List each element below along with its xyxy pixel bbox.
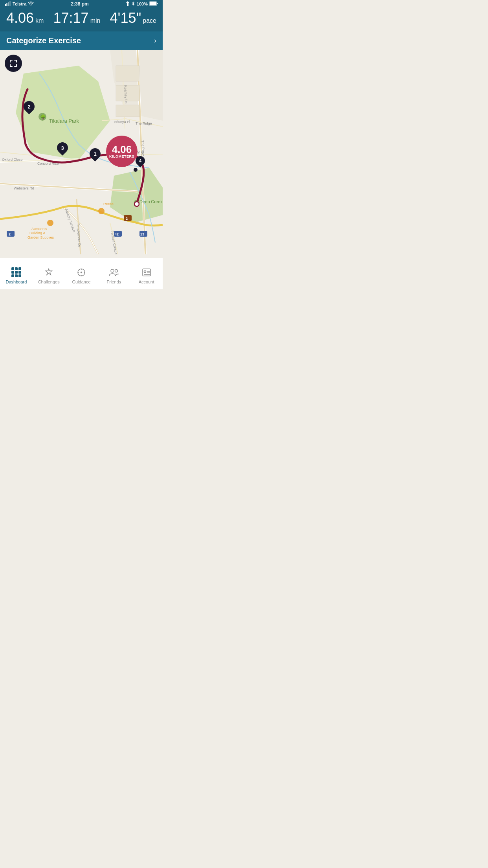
account-icon	[141, 267, 152, 278]
svg-text:2: 2	[126, 217, 128, 221]
svg-point-61	[115, 269, 117, 272]
svg-rect-62	[143, 269, 150, 276]
carrier-name: Telstra	[13, 2, 26, 6]
nav-guidance[interactable]: Guidance	[65, 264, 98, 284]
friends-label: Friends	[106, 280, 121, 284]
waypoint-pin-3: 3	[57, 142, 69, 156]
svg-text:Building &: Building &	[29, 231, 46, 235]
svg-text:Arlunya Pl: Arlunya Pl	[114, 120, 130, 124]
pace-value: 4'15"	[110, 11, 141, 25]
distance-marker-unit: KILOMETERS	[109, 154, 134, 158]
distance-value: 4.06	[6, 11, 34, 25]
pin-1-label: 1	[94, 151, 96, 157]
signal-icon	[5, 1, 11, 7]
status-bar: Telstra 2:38 pm 100%	[0, 0, 163, 8]
svg-text:42: 42	[115, 232, 119, 236]
svg-point-42	[47, 220, 53, 226]
nav-account[interactable]: Account	[130, 264, 163, 284]
svg-rect-2	[8, 2, 9, 6]
svg-text:🌳: 🌳	[40, 114, 46, 120]
battery-percentage: 100%	[137, 2, 148, 6]
guidance-label: Guidance	[72, 280, 90, 284]
account-label: Account	[139, 280, 154, 284]
svg-text:Reece: Reece	[103, 202, 114, 206]
battery-area: 100%	[126, 1, 158, 7]
waypoint-pin-1: 1	[90, 148, 101, 162]
bluetooth-icon	[131, 1, 135, 7]
svg-point-63	[144, 270, 146, 272]
svg-point-60	[111, 269, 114, 272]
pin-4-label: 4	[139, 158, 141, 163]
pace-stat: 4'15" pace	[110, 11, 156, 25]
distance-unit: km	[35, 17, 44, 24]
challenges-label: Challenges	[38, 280, 60, 284]
svg-rect-1	[6, 3, 7, 6]
map-view[interactable]: Kearney Ln Arlunya Pl The Ridge The Pkwy…	[0, 50, 163, 254]
wifi-icon	[28, 1, 34, 7]
battery-icon	[149, 1, 158, 7]
svg-text:Deep Creek Reserv: Deep Creek Reserv	[139, 199, 163, 204]
stats-bar: 4.06 km 17:17 min 4'15" pace	[0, 8, 163, 31]
svg-text:2: 2	[9, 232, 11, 236]
svg-rect-6	[150, 2, 156, 5]
svg-text:Websters Rd: Websters Rd	[14, 186, 34, 190]
svg-rect-23	[116, 66, 139, 81]
nav-dashboard[interactable]: Dashboard	[0, 264, 33, 284]
map-svg: Kearney Ln Arlunya Pl The Ridge The Pkwy…	[0, 50, 163, 254]
svg-text:Tikalara Park: Tikalara Park	[49, 118, 79, 124]
nav-friends[interactable]: Friends	[97, 264, 130, 284]
distance-stat: 4.06 km	[6, 11, 44, 25]
duration-stat: 17:17 min	[53, 11, 101, 25]
status-time: 2:38 pm	[71, 1, 88, 7]
svg-text:Oxford Close: Oxford Close	[2, 158, 23, 162]
svg-rect-5	[157, 3, 158, 4]
svg-point-56	[134, 202, 139, 206]
waypoint-pin-2: 2	[24, 101, 35, 115]
pin-3-label: 3	[61, 145, 64, 151]
header-title: Categorize Exercise	[6, 36, 81, 45]
bottom-navigation: Dashboard Challenges Guidance	[0, 258, 163, 289]
distance-marker-value: 4.06	[112, 144, 132, 154]
svg-rect-0	[5, 4, 6, 6]
expand-map-button[interactable]	[5, 55, 22, 72]
pace-unit: pace	[143, 17, 156, 24]
svg-rect-3	[9, 1, 11, 6]
svg-point-59	[81, 272, 82, 273]
friends-icon	[108, 267, 119, 278]
duration-unit: min	[90, 17, 101, 24]
svg-text:The Ridge: The Ridge	[136, 121, 152, 125]
waypoint-pin-4: 4	[136, 156, 145, 166]
chevron-right-icon: ›	[154, 37, 156, 45]
dashboard-label: Dashboard	[6, 280, 27, 284]
guidance-icon	[76, 267, 87, 278]
svg-text:13: 13	[140, 232, 144, 236]
expand-icon	[9, 59, 17, 67]
dashboard-icon	[11, 267, 22, 278]
challenges-icon	[43, 267, 54, 278]
svg-point-57	[134, 168, 138, 172]
location-icon	[126, 1, 130, 7]
svg-rect-25	[116, 105, 139, 117]
nav-challenges[interactable]: Challenges	[33, 264, 65, 284]
svg-point-40	[98, 208, 105, 214]
carrier-signal: Telstra	[5, 1, 34, 7]
pin-2-label: 2	[28, 104, 30, 110]
categorize-header[interactable]: Categorize Exercise ›	[0, 31, 163, 50]
svg-text:Garden Supplies: Garden Supplies	[28, 235, 54, 239]
distance-marker: 4.06 KILOMETERS	[106, 136, 138, 167]
duration-value: 17:17	[53, 11, 89, 25]
svg-text:Aumann's: Aumann's	[31, 227, 47, 231]
